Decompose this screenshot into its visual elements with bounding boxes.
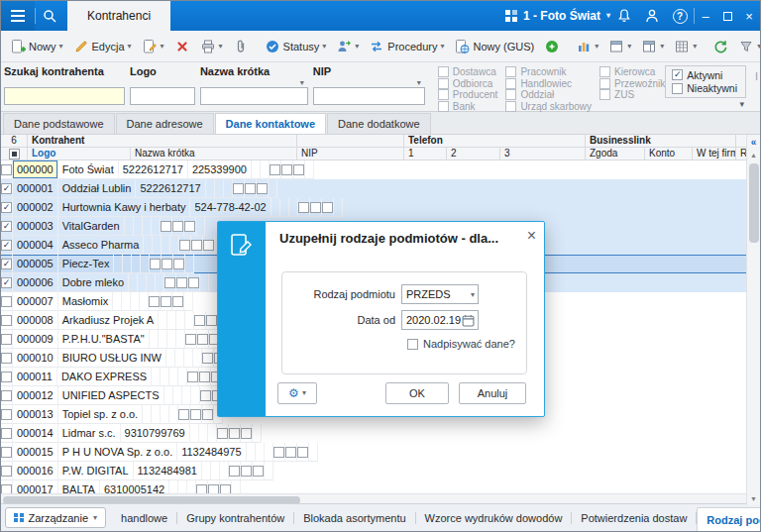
cell-konto-checkbox[interactable] — [190, 405, 202, 424]
cell-telefon-2[interactable] — [143, 217, 152, 236]
search-icon[interactable] — [36, 1, 63, 31]
cell-nazwa-krotka[interactable]: BIURO USŁUG INW — [58, 349, 166, 368]
cell-nip[interactable] — [143, 405, 152, 424]
checkbox-bank[interactable]: Bank — [438, 101, 498, 113]
scroll-up-icon[interactable]: ▲ — [750, 150, 757, 161]
cell-telefon-2[interactable] — [131, 292, 140, 311]
cell-zgoda-checkbox[interactable] — [178, 405, 190, 424]
data-od-input[interactable]: 2020.02.19 — [401, 310, 479, 330]
cell-telefon-2[interactable] — [215, 179, 224, 198]
cell-konto-checkbox[interactable] — [191, 236, 203, 255]
cell-r[interactable] — [185, 255, 194, 273]
cell-telefon-1[interactable]: 225339900 — [188, 160, 252, 179]
cell-telefon-1[interactable] — [206, 179, 215, 198]
cell-zgoda-checkbox[interactable] — [270, 160, 281, 179]
row-select-checkbox[interactable] — [1, 311, 13, 330]
cell-konto-checkbox[interactable] — [176, 273, 188, 292]
cell-konto-checkbox[interactable] — [208, 480, 220, 493]
cell-zgoda-checkbox[interactable] — [194, 311, 206, 330]
cell-zgoda-checkbox[interactable] — [185, 330, 197, 349]
cell-telefon-1[interactable] — [247, 443, 256, 462]
bottom-tab-handlowe[interactable]: handlowe — [112, 507, 176, 529]
cell-nazwa-krotka[interactable]: UNIFIED ASPECTS — [58, 386, 164, 405]
cell-telefon-2[interactable] — [256, 443, 265, 462]
cell-telefon-3[interactable] — [220, 462, 229, 480]
cell-r[interactable] — [200, 273, 209, 292]
cell-logo[interactable]: 000013 — [13, 405, 58, 424]
cell-r[interactable] — [305, 160, 314, 179]
cell-zgoda-checkbox[interactable] — [179, 236, 191, 255]
cell-zgoda-checkbox[interactable] — [150, 255, 162, 273]
cancel-button[interactable]: Anuluj — [459, 382, 526, 404]
cell-zgoda-checkbox[interactable] — [233, 179, 245, 198]
cell-nazwa-krotka[interactable]: P.P.H.U."BASTA" — [58, 330, 150, 349]
cell-r[interactable] — [309, 443, 318, 462]
checkbox-aktywni[interactable]: ✓Aktywni — [672, 69, 737, 81]
cell-nazwa-krotka[interactable]: DAKO EXPRESS — [57, 368, 152, 386]
cell-telefon-3[interactable] — [141, 255, 150, 273]
cell-nip[interactable] — [152, 368, 161, 386]
cell-telefon-2[interactable] — [132, 255, 141, 273]
rodzaj-podmiotu-select[interactable]: PRZEDS ▾ — [401, 284, 479, 304]
cell-logo[interactable]: 000007 — [13, 292, 58, 311]
cell-nazwa-krotka[interactable]: Dobre mleko — [58, 273, 129, 292]
cell-logo[interactable]: 000010 — [13, 349, 58, 368]
maximize-button[interactable] — [716, 1, 738, 31]
column-header-telefon-1[interactable]: 1 — [404, 148, 447, 160]
bottom-tab-blokada-asortymentu[interactable]: Blokada asortymentu — [294, 507, 414, 529]
cell-konto-checkbox[interactable] — [229, 424, 241, 443]
cell-zgoda-checkbox[interactable] — [161, 217, 172, 236]
cell-nip[interactable] — [129, 273, 138, 292]
table-row[interactable]: 000016P.W. DIGITAL1132484981 — [1, 462, 748, 480]
cell-zgoda-checkbox[interactable] — [202, 349, 214, 368]
cell-konto-checkbox[interactable] — [161, 292, 172, 311]
cell-nip[interactable]: 5222612717 — [136, 179, 205, 198]
cell-nazwa-krotka[interactable]: BALTA — [58, 480, 100, 493]
new-button[interactable]: Nowy ▾ — [5, 36, 68, 57]
cell-nip[interactable]: 9310799769 — [121, 424, 190, 443]
edit-document-button[interactable]: ▾ — [137, 36, 169, 57]
cell-nip[interactable] — [144, 236, 153, 255]
cell-telefon-2[interactable] — [169, 368, 178, 386]
dialog-settings-button[interactable]: ⚙ ▾ — [277, 382, 317, 404]
cell-nip[interactable] — [114, 255, 123, 273]
row-select-checkbox[interactable] — [1, 386, 13, 405]
gus-import-button[interactable] — [539, 36, 565, 57]
cell-w-tej-firmie-checkbox[interactable] — [188, 273, 200, 292]
user-account-icon[interactable] — [638, 1, 666, 31]
cell-telefon-2[interactable] — [162, 236, 170, 255]
column-header-telefon-2[interactable]: 2 — [447, 148, 500, 160]
cell-zgoda-checkbox[interactable] — [196, 480, 208, 493]
checkbox-producent[interactable]: Producent — [438, 89, 498, 101]
cell-telefon-3[interactable] — [187, 480, 196, 493]
cell-w-tej-firmie-checkbox[interactable] — [173, 255, 185, 273]
cell-telefon-1[interactable] — [122, 292, 131, 311]
cell-nazwa-krotka[interactable]: Hurtownia Kawy i herbaty — [58, 198, 191, 217]
column-header-zgoda[interactable]: Zgoda — [586, 148, 645, 160]
cell-zgoda-checkbox[interactable] — [187, 368, 199, 386]
cell-telefon-2[interactable] — [161, 405, 169, 424]
cell-zgoda-checkbox[interactable] — [273, 443, 285, 462]
cell-telefon-2[interactable] — [178, 480, 187, 493]
cell-telefon-1[interactable] — [153, 236, 162, 255]
column-header-w-tej-firmie[interactable]: W tej firmie — [693, 148, 736, 160]
row-select-checkbox[interactable]: ✓ — [1, 273, 13, 292]
cell-r[interactable] — [253, 424, 262, 443]
new-gus-button[interactable]: Nowy (GUS) — [449, 36, 539, 57]
cell-nazwa-krotka[interactable]: Lidmar s.c. — [58, 424, 121, 443]
tab-dane-kontaktowe[interactable]: Dane kontaktowe — [215, 113, 326, 134]
close-button[interactable]: × — [738, 1, 760, 31]
cell-telefon-3[interactable] — [170, 236, 179, 255]
cell-w-tej-firmie-checkbox[interactable] — [297, 443, 309, 462]
cell-logo[interactable]: 000008 — [13, 311, 58, 330]
cell-telefon-3[interactable] — [178, 368, 187, 386]
cell-nip[interactable]: 6310005142 — [100, 480, 169, 493]
cell-w-tej-firmie-checkbox[interactable] — [257, 179, 269, 198]
cell-nazwa-krotka[interactable]: Asseco Pharma — [58, 236, 145, 255]
cell-logo[interactable]: 000004 — [13, 236, 58, 255]
table-row[interactable]: 000017BALTA6310005142 — [1, 480, 748, 493]
cell-nazwa-krotka[interactable]: Foto Świat — [58, 160, 119, 179]
cell-logo[interactable]: 000002 — [13, 198, 58, 217]
table-row[interactable]: ✓000002Hurtownia Kawy i herbaty524-778-4… — [1, 198, 748, 217]
cell-logo[interactable]: 000000 — [13, 160, 58, 179]
